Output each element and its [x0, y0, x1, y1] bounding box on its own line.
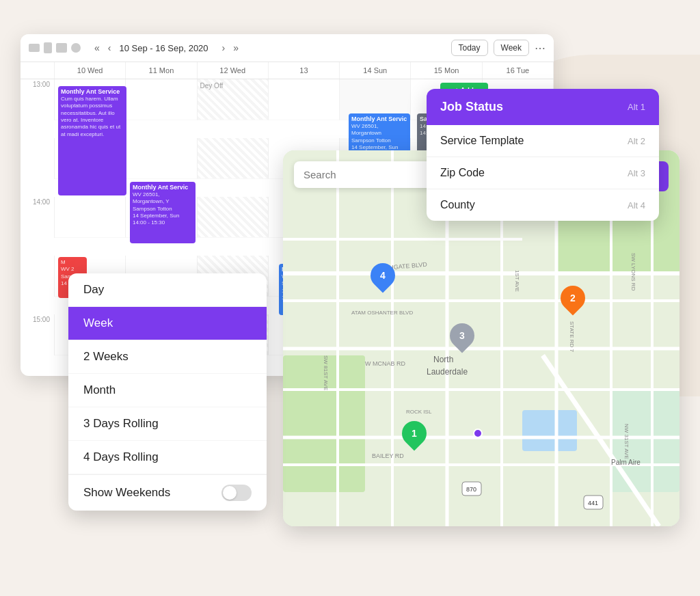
marker-1[interactable]: 1: [402, 421, 427, 446]
day-header-3: 13: [269, 62, 340, 79]
svg-text:ROCK ISL: ROCK ISL: [406, 409, 432, 415]
svg-text:NW 31ST AVE: NW 31ST AVE: [623, 424, 630, 459]
pin-icon[interactable]: [44, 42, 52, 53]
toggle-knob: [223, 486, 237, 500]
marker-2[interactable]: 2: [561, 286, 585, 310]
prev-button[interactable]: ‹: [105, 41, 114, 55]
marker-dot[interactable]: [473, 429, 483, 438]
view-item-4days[interactable]: 4 Days Rolling: [68, 441, 267, 474]
weekends-toggle[interactable]: [221, 485, 252, 501]
marker-2-label: 2: [570, 293, 576, 303]
day-header-4: 14 Sun: [340, 62, 411, 79]
next-next-button[interactable]: »: [230, 41, 241, 55]
cell-r1-c1: [126, 79, 197, 120]
view-item-2weeks[interactable]: 2 Weeks: [68, 340, 267, 374]
view-label-4days: 4 Days Rolling: [83, 450, 159, 463]
info-icon[interactable]: [71, 43, 81, 53]
dropdown-alt-2: Alt 4: [628, 200, 645, 211]
toolbar-icons: [29, 42, 81, 53]
cell-r2-c2: [198, 138, 269, 179]
day-header-5: 15 Mon: [411, 62, 482, 79]
date-range-label: 10 Sep - 16 Sep, 2020: [119, 43, 208, 53]
event-detail: Cum quis harem. Ullam voluptatum possimu…: [61, 96, 124, 138]
time-13-00: 13:00: [21, 79, 55, 120]
view-label-3days: 3 Days Rolling: [83, 417, 159, 430]
day-off-label: Dey Off: [200, 82, 224, 90]
view-label-2weeks: 2 Weeks: [83, 350, 129, 363]
time-15-00: 15:00: [21, 314, 55, 355]
svg-text:Palm Aire: Palm Aire: [611, 459, 641, 466]
nav-arrows: « ‹: [92, 41, 113, 55]
view-label-week: Week: [83, 316, 113, 329]
dropdown-header: Job Status Alt 1: [427, 89, 659, 125]
day-header-1: 11 Mon: [126, 62, 197, 79]
view-selector-dropdown: Day Week 2 Weeks Month 3 Days Rolling 4 …: [68, 273, 267, 511]
prev-prev-button[interactable]: «: [92, 41, 103, 55]
dropdown-label-0: Service Template: [440, 135, 524, 147]
view-item-week[interactable]: Week: [68, 307, 267, 340]
cell-r2-c1: [126, 138, 197, 179]
svg-text:STATE RD 7: STATE RD 7: [569, 321, 575, 353]
svg-text:BAILEY RD: BAILEY RD: [372, 452, 404, 459]
event-monthly-ant-col1[interactable]: Monthly Ant Servic WV 26501, Morgantown,…: [130, 182, 196, 243]
view-item-month[interactable]: Month: [68, 374, 267, 407]
marker-3[interactable]: 3: [450, 323, 474, 348]
marker-3-label: 3: [459, 330, 465, 341]
sidebar-toggle-icon[interactable]: [29, 44, 40, 52]
dropdown-item-zip-code[interactable]: Zip Code Alt 3: [427, 157, 659, 189]
svg-text:North: North: [433, 355, 453, 364]
svg-rect-4: [522, 410, 577, 451]
view-label-month: Month: [83, 383, 116, 396]
cell-r1-c2: Dey Off: [198, 79, 269, 120]
event-title-blue: Monthly Ant Servic: [351, 116, 407, 123]
dropdown-alt-1: Alt 3: [628, 168, 645, 178]
day-header-6: 16 Tue: [483, 62, 554, 79]
cell-r1-c3: [269, 79, 340, 120]
event-title-1: Monthly Ant Servic: [133, 184, 193, 191]
view-item-day[interactable]: Day: [68, 273, 267, 307]
dropdown-label-2: County: [440, 199, 475, 211]
calendar-header: 10 Wed 11 Mon 12 Wed 13 14 Sun 15 Mon 16…: [21, 62, 554, 79]
today-button[interactable]: Today: [451, 40, 488, 56]
event-detail-1: WV 26501, Morgantown, YSampson Totton14 …: [133, 191, 193, 227]
day-header-2: 12 Wed: [198, 62, 269, 79]
svg-text:441: 441: [588, 500, 598, 506]
time-14-30: [21, 256, 55, 297]
marker-4[interactable]: 4: [371, 263, 395, 288]
time-col-header: [21, 62, 55, 79]
toolbar-right: Today Week ⋯: [451, 40, 546, 56]
dropdown-item-service-template[interactable]: Service Template Alt 2: [427, 125, 659, 157]
week-selector[interactable]: Week: [494, 40, 529, 56]
dropdown-title: Job Status: [440, 100, 503, 114]
job-status-dropdown: Job Status Alt 1 Service Template Alt 2 …: [427, 89, 659, 221]
sync-icon[interactable]: [56, 43, 67, 53]
event-title: Monthly Ant Service: [61, 88, 124, 96]
dropdown-header-alt: Alt 1: [628, 102, 645, 112]
svg-text:ATAM OSHANTER BLVD: ATAM OSHANTER BLVD: [351, 310, 413, 316]
view-label-day: Day: [83, 283, 104, 296]
svg-rect-3: [611, 390, 679, 492]
marker-4-label: 4: [380, 270, 386, 281]
next-button[interactable]: ›: [219, 41, 228, 55]
nav-arrows-right: › »: [219, 41, 241, 55]
svg-text:W MCNAB RD: W MCNAB RD: [365, 360, 405, 367]
weekends-row: Show Weekends: [68, 475, 267, 511]
calendar-toolbar: « ‹ 10 Sep - 16 Sep, 2020 › » Today Week…: [21, 34, 554, 62]
svg-text:870: 870: [466, 486, 476, 493]
dropdown-item-county[interactable]: County Alt 4: [427, 189, 659, 221]
cell-r3-c2: [198, 197, 269, 238]
weekends-label: Show Weekends: [83, 486, 170, 500]
marker-1-label: 1: [412, 428, 417, 439]
dropdown-label-1: Zip Code: [440, 167, 485, 179]
day-header-0: 10 Wed: [55, 62, 126, 79]
dropdown-alt-0: Alt 2: [628, 136, 645, 146]
time-14-00: 14:00: [21, 197, 55, 238]
view-item-3days[interactable]: 3 Days Rolling: [68, 407, 267, 441]
svg-text:SW 81ST AVE: SW 81ST AVE: [323, 355, 329, 390]
svg-text:1ST AVE: 1ST AVE: [514, 270, 520, 292]
event-monthly-ant-col0[interactable]: Monthly Ant Service Cum quis harem. Ulla…: [58, 86, 126, 195]
svg-text:SW LYONS RD: SW LYONS RD: [630, 253, 636, 291]
more-options-button[interactable]: ⋯: [535, 42, 546, 55]
svg-text:Lauderdale: Lauderdale: [427, 367, 468, 377]
cell-r3-c0: [55, 197, 126, 238]
